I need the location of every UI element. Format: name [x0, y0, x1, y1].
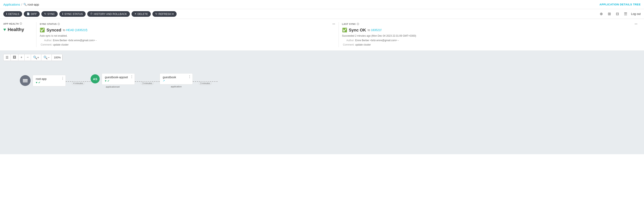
logout-button[interactable]: Log out	[631, 12, 641, 16]
heart-icon: ♥	[3, 27, 6, 32]
top-nav: Applications / 🔍 root-app APPLICATION DE…	[0, 0, 644, 9]
network-view-button[interactable]: ⊟	[615, 11, 620, 17]
synced-badge: Synced	[46, 28, 61, 33]
edge-trailing: 3 minutes	[193, 77, 218, 86]
appset-icons: ♥ ✔	[105, 79, 128, 82]
graph-zoom-in-button[interactable]: 🔍+	[31, 54, 41, 61]
last-sync-author-row: Author: Emre Berber <brbr.emre@gmail.com…	[342, 38, 638, 43]
delete-icon: ✕	[134, 13, 136, 15]
hierarchy-view-button[interactable]: ⊕	[598, 11, 604, 17]
sync-icon: ↻	[44, 13, 46, 15]
history-label: HISTORY AND ROLLBACK	[94, 13, 127, 16]
last-sync-target-link[interactable]: 183521f	[371, 28, 381, 32]
appset-info: guestbook-appset ♥ ✔	[105, 76, 128, 82]
refresh-button[interactable]: ↻ REFRESH ▾	[152, 11, 176, 17]
last-sync-author-value: Emre Berber <brbr.emre@gmail.com> -	[355, 38, 399, 43]
toolbar: ℹ DETAILS 📄 DIFF ↻ SYNC ℹ SYNC STATUS ⏱ …	[0, 9, 644, 19]
root-app-menu-button[interactable]: ⋮	[61, 76, 64, 80]
sync-status-button[interactable]: ℹ SYNC STATUS	[59, 11, 86, 17]
sync-status-row: ✅ Synced to HEAD (183521f)	[40, 28, 335, 33]
history-rollback-button[interactable]: ⏱ HISTORY AND ROLLBACK	[87, 11, 130, 17]
graph-add-button[interactable]: +	[18, 54, 24, 61]
edge-appset-to-guestbook: 3 minutes	[135, 77, 160, 86]
last-sync-info-icon[interactable]: ⓘ	[357, 23, 359, 26]
last-sync-comment-value: update cluster	[355, 43, 371, 47]
delete-label: DELETE	[138, 13, 148, 16]
app-health-title: APP HEALTH ⓘ	[3, 22, 22, 25]
root-app-circle	[20, 75, 30, 86]
graph-zoom-out-button[interactable]: 🔍−	[41, 54, 52, 61]
root-app-card: root-app ♥ ✔ ⋮	[33, 75, 66, 86]
guestbook-info: guestbook ↗	[163, 76, 176, 82]
graph-remove-button[interactable]: −	[24, 54, 31, 61]
details-label: DETAILS	[8, 13, 19, 16]
appset-health-icon: ♥	[105, 79, 106, 82]
health-status: ♥ Healthy	[3, 27, 33, 32]
last-sync-menu-button[interactable]: ···	[635, 22, 638, 26]
appset-menu-button[interactable]: ⋮	[130, 75, 134, 79]
grid-view-button[interactable]: ⊞	[606, 11, 612, 17]
sync-status-header: SYNC STATUS ⓘ ···	[40, 22, 335, 26]
status-section: APP HEALTH ⓘ ♥ Healthy SYNC STATUS ⓘ ···…	[0, 19, 644, 51]
sync-meta: Auto sync is not enabled. Author: Emre B…	[40, 34, 335, 47]
svg-rect-2	[23, 82, 28, 82]
current-app: 🔍 root-app	[23, 3, 39, 6]
root-app-sync-icon: ✔	[38, 81, 40, 84]
guestbook-icons: ↗	[163, 79, 176, 82]
sync-button[interactable]: ↻ SYNC	[41, 11, 58, 17]
author-value: Emre Berber <brbr.emre@gmail.com> -	[53, 38, 96, 43]
diff-button[interactable]: 📄 DIFF	[24, 11, 40, 17]
root-app-node: root-app ♥ ✔ ⋮	[20, 75, 66, 86]
comment-value: update cluster	[53, 43, 68, 47]
list-view-button[interactable]: ☰	[623, 11, 628, 17]
sync-target: to HEAD (183521f)	[63, 28, 87, 32]
root-app-info: root-app ♥ ✔	[36, 77, 46, 84]
refresh-label: REFRESH	[158, 13, 171, 16]
external-link-icon[interactable]: ↗	[163, 79, 165, 82]
author-label: Author:	[40, 38, 52, 43]
sync-check-icon: ✅	[40, 28, 45, 33]
last-sync-check-icon: ✅	[342, 28, 347, 33]
breadcrumb-separator: /	[21, 3, 22, 6]
succeeded-msg-row: Succeeded 2 minutes ago (Mon Dec 04 2023…	[342, 34, 638, 38]
search-icon: 🔍	[23, 3, 27, 6]
sync-target-link[interactable]: HEAD (183521f)	[66, 28, 88, 32]
root-app-health-icon: ♥	[36, 81, 38, 84]
sync-status-menu-button[interactable]: ···	[332, 22, 335, 26]
diff-label: DIFF	[31, 13, 37, 16]
sync-status-icon: ℹ	[62, 13, 63, 15]
app-details-tree-link[interactable]: APPLICATION DETAILS TREE	[600, 3, 641, 6]
graph-image-button[interactable]: 🖼	[11, 54, 18, 61]
sync-status-label: SYNC STATUS	[64, 13, 83, 16]
app-health-card: APP HEALTH ⓘ ♥ Healthy	[3, 22, 36, 47]
graph-list-button[interactable]: ☰	[4, 54, 11, 61]
health-text: Healthy	[8, 27, 24, 32]
refresh-dropdown-icon: ▾	[172, 13, 174, 16]
app-health-info-icon[interactable]: ⓘ	[20, 22, 22, 25]
svg-rect-1	[23, 80, 28, 81]
last-sync-author-label: Author:	[342, 38, 354, 43]
sync-ok-badge: Sync OK	[349, 28, 366, 33]
last-sync-status-row: ✅ Sync OK to 183521f	[342, 28, 638, 33]
guestbook-card: guestbook ↗ ⋮	[160, 73, 193, 84]
history-icon: ⏱	[90, 13, 93, 15]
appset-node: AS guestbook-appset ♥ ✔ ⋮ applicationset	[90, 73, 135, 88]
guestbook-menu-button[interactable]: ⋮	[188, 75, 191, 79]
root-app-icons: ♥ ✔	[36, 81, 46, 84]
edge-label-2: 3 minutes	[141, 82, 154, 85]
delete-button[interactable]: ✕ DELETE	[132, 11, 151, 17]
appset-label: applicationset	[106, 86, 120, 88]
graph-toolbar: ☰ 🖼 + − 🔍+ 🔍− 100%	[3, 54, 63, 61]
sync-status-card: SYNC STATUS ⓘ ··· ✅ Synced to HEAD (1835…	[36, 22, 339, 47]
edge-root-to-appset: 4 minutes	[66, 77, 90, 86]
root-app-name: root-app	[36, 77, 46, 81]
edge-label-1: 4 minutes	[72, 82, 84, 85]
applications-link[interactable]: Applications	[3, 3, 20, 6]
flow-container: root-app ♥ ✔ ⋮ 4 minutes AS	[3, 65, 641, 96]
sync-status-info-icon[interactable]: ⓘ	[58, 23, 60, 26]
edge-label-3: 3 minutes	[199, 82, 212, 85]
app-health-header: APP HEALTH ⓘ	[3, 22, 33, 25]
diff-icon: 📄	[27, 13, 30, 15]
details-button[interactable]: ℹ DETAILS	[3, 11, 22, 17]
last-sync-meta: Succeeded 2 minutes ago (Mon Dec 04 2023…	[342, 34, 638, 47]
